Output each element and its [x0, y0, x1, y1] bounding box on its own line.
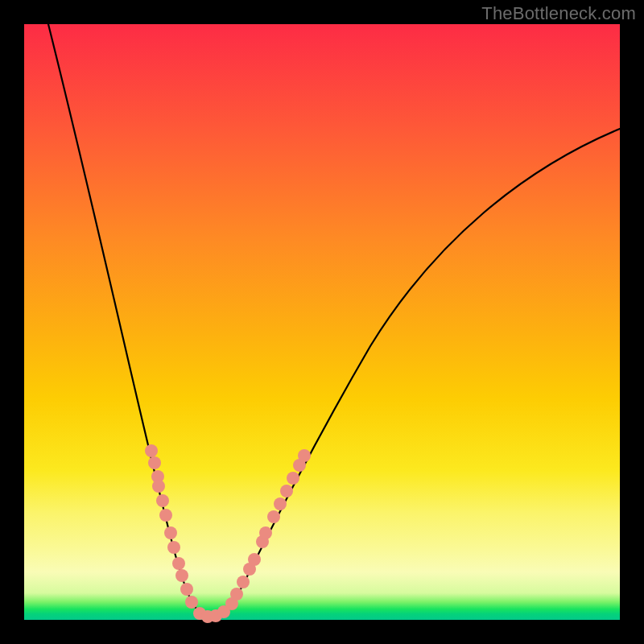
markers-right [225, 449, 311, 610]
plot-area [24, 24, 620, 620]
data-marker [175, 569, 188, 582]
data-marker [298, 449, 311, 462]
markers-left [145, 444, 198, 609]
data-marker [159, 509, 172, 522]
bottleneck-curve [48, 24, 620, 617]
data-marker [230, 588, 243, 601]
data-marker [145, 444, 158, 457]
data-marker [287, 472, 299, 485]
data-marker [164, 526, 177, 539]
data-marker [167, 541, 180, 554]
data-marker [148, 456, 161, 469]
watermark-text: TheBottleneck.com [481, 3, 636, 24]
data-marker [267, 510, 280, 523]
data-marker [274, 497, 287, 510]
chart-svg [24, 24, 620, 620]
data-marker [248, 553, 261, 566]
data-marker [156, 494, 169, 507]
data-marker [152, 480, 165, 493]
data-marker [237, 576, 250, 588]
data-marker [280, 485, 293, 497]
markers-bottom [193, 605, 230, 623]
chart-frame: TheBottleneck.com [0, 0, 644, 644]
data-marker [185, 596, 198, 609]
data-marker [259, 526, 272, 539]
data-marker [180, 583, 193, 596]
data-marker [172, 557, 185, 570]
